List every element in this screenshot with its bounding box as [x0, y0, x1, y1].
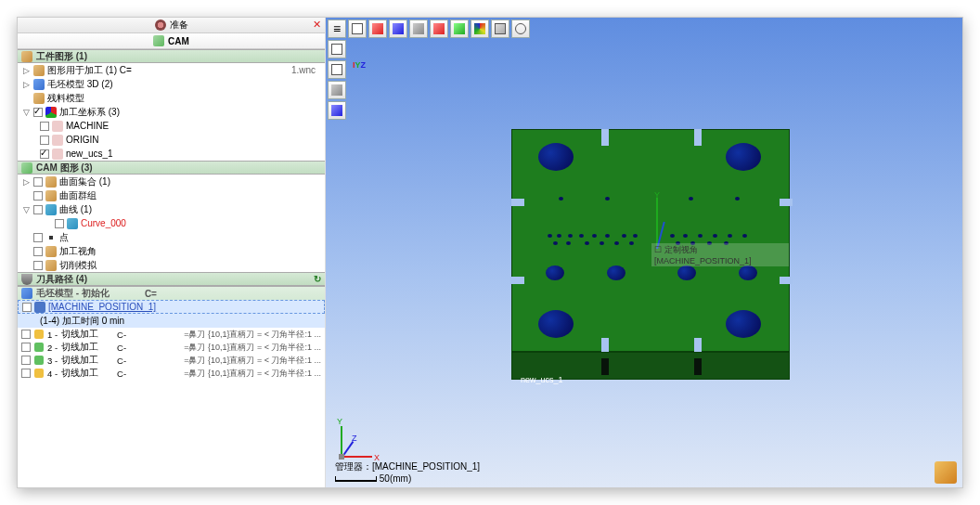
front-slot	[601, 358, 609, 375]
machine-pos-link[interactable]: [MACHINE_POSITION_1]	[48, 302, 156, 312]
node-machine-position[interactable]: [MACHINE_POSITION_1]	[18, 300, 325, 314]
surfset-icon	[45, 176, 57, 188]
checkbox[interactable]	[21, 330, 31, 339]
checkbox[interactable]	[21, 369, 31, 378]
toolpath-row[interactable]: 1 - 切线加工C-=鼻刀 {10,1}直柄刀 = < 刀角半径:1 ...	[18, 328, 325, 341]
cube-red-icon	[433, 23, 445, 34]
tp-c: C-	[117, 356, 126, 366]
toolpath-row[interactable]: 2 - 切线加工C-=鼻刀 {10,1}直柄刀 = < 刀角半径:1 ...	[18, 341, 325, 354]
checkbox[interactable]	[33, 247, 43, 256]
tp-c: C-	[117, 343, 126, 353]
y-label: Y	[337, 417, 342, 426]
checkbox[interactable]	[33, 177, 43, 187]
tp-num: 3 -	[47, 356, 58, 366]
tp-name: 切线加工	[61, 368, 98, 380]
node-machangle[interactable]: 加工视角	[18, 244, 325, 258]
notch	[694, 129, 702, 146]
checkbox[interactable]	[40, 136, 49, 145]
tab-cam-label: CAM	[168, 36, 189, 46]
display-mode-1-button[interactable]	[328, 60, 346, 79]
checkbox[interactable]	[33, 108, 43, 117]
checkbox[interactable]	[33, 261, 43, 270]
triad-origin	[339, 454, 344, 460]
cs-icon	[52, 135, 63, 146]
geom-file-label: 1.wnc	[291, 65, 321, 75]
node-points[interactable]: 点	[18, 230, 325, 244]
surfgroup-icon	[45, 190, 57, 201]
cube-grey-icon	[413, 23, 424, 34]
toolpath-row[interactable]: 3 - 切线加工C-=鼻刀 {10,1}直柄刀 = < 刀角半径:1 ...	[18, 354, 325, 367]
tab-cam[interactable]: CAM	[18, 33, 325, 49]
expand-icon[interactable]: ▷	[21, 80, 31, 89]
sidebar-panel: 准备 ✕ CAM 工件图形 (1) ▷ 图形用于加工 (1) C= 1.wnc …	[18, 18, 326, 487]
overlay-selection-label[interactable]: ☐ 定制视角[MACHINE_POSITION_1]	[651, 243, 789, 266]
section-part-label: 工件图形 (1)	[36, 50, 87, 63]
x-axis-arrow	[344, 456, 372, 458]
view-red-button[interactable]	[368, 19, 387, 38]
checkbox[interactable]	[21, 343, 31, 352]
checkbox[interactable]	[33, 191, 43, 201]
z-label: Z	[352, 434, 357, 443]
section-header-part[interactable]: 工件图形 (1)	[18, 49, 325, 63]
zoom-button[interactable]	[511, 19, 530, 38]
collapse-icon[interactable]: ▽	[21, 108, 31, 117]
display-mode-3-button[interactable]	[328, 101, 346, 120]
view-multi-button[interactable]	[471, 19, 489, 38]
part-top-face: Y ☐ 定制视角[MACHINE_POSITION_1]	[511, 129, 790, 352]
view-wire-button[interactable]	[348, 19, 367, 38]
view-blue-button[interactable]	[389, 19, 407, 38]
view-grey-button[interactable]	[409, 19, 428, 38]
y-axis-arrow	[341, 426, 342, 454]
manager-label: 管理器：[MACHINE_POSITION_1]	[335, 460, 480, 473]
coord-origin-label: ORIGIN	[66, 135, 99, 145]
node-curve-item[interactable]: Curve_000	[18, 216, 325, 230]
checkbox[interactable]	[22, 303, 32, 312]
3d-viewport[interactable]: ≡ IYZ	[326, 18, 962, 487]
tp-desc: =鼻刀 {10,1}直柄刀 = < 刀角半径:1 ...	[184, 342, 321, 354]
ucs-toggle-button[interactable]	[328, 40, 346, 58]
checkbox[interactable]	[33, 233, 43, 242]
node-geom-used[interactable]: ▷ 图形用于加工 (1) C= 1.wnc	[18, 63, 325, 77]
view-iso-button[interactable]	[491, 19, 509, 38]
node-surfset[interactable]: ▷ 曲面集合 (1)	[18, 175, 325, 188]
node-coords-group[interactable]: ▽ 加工坐标系 (3)	[18, 105, 325, 119]
notch	[601, 129, 609, 146]
node-fixture[interactable]: 残料模型	[18, 91, 325, 105]
menu-button[interactable]: ≡	[328, 19, 346, 38]
close-icon[interactable]: ✕	[313, 19, 321, 31]
checkbox[interactable]	[33, 205, 43, 214]
collapse-icon[interactable]: ▽	[21, 205, 31, 214]
checkbox[interactable]	[21, 356, 31, 365]
status-icon	[34, 369, 44, 378]
curve-item-label: Curve_000	[81, 218, 126, 228]
node-surfgroup[interactable]: 曲面群组	[18, 188, 325, 202]
section-header-toolpath[interactable]: 刀具路径 (4) ↻	[18, 272, 325, 286]
tp-desc: =鼻刀 {10,1}直柄刀 = < 刀角半径:1 ...	[184, 355, 321, 367]
view-green-button[interactable]	[450, 19, 469, 38]
node-coord-machine[interactable]: MACHINE	[18, 119, 325, 133]
expand-icon[interactable]: ▷	[21, 66, 31, 75]
node-curveset[interactable]: ▽ 曲线 (1)	[18, 202, 325, 216]
tp-c: C-	[117, 369, 126, 379]
expand-icon[interactable]: ▷	[21, 177, 31, 187]
node-stock3d[interactable]: ▷ 毛坯模型 3D (2)	[18, 77, 325, 91]
hole-sm	[689, 197, 693, 201]
view-red2-button[interactable]	[430, 19, 448, 38]
node-cutsim[interactable]: 切削模拟	[18, 258, 325, 272]
surfgroup-label: 曲面群组	[59, 189, 97, 202]
node-mp-sub[interactable]: (1-4) 加工时间 0 min	[18, 314, 325, 328]
view-orientation-triad[interactable]: X Y Z	[339, 413, 385, 460]
checkbox[interactable]	[40, 122, 49, 131]
toolpath-row[interactable]: 4 - 切线加工C-=鼻刀 {10,1}直柄刀 = < 刀角半径:1 ...	[18, 367, 325, 380]
node-coord-newucs[interactable]: new_ucs_1	[18, 147, 325, 161]
corner-box-icon[interactable]	[935, 461, 957, 484]
notch	[511, 277, 524, 284]
checkbox[interactable]	[55, 219, 64, 228]
display-mode-2-button[interactable]	[328, 81, 346, 99]
node-coord-origin[interactable]: ORIGIN	[18, 133, 325, 147]
refresh-icon[interactable]: ↻	[314, 274, 321, 284]
top-toolbar: ≡	[328, 19, 530, 38]
tab-prepare[interactable]: 准备 ✕	[18, 18, 325, 33]
section-header-camgeom[interactable]: CAM 图形 (3)	[18, 161, 325, 175]
checkbox[interactable]	[40, 149, 49, 159]
